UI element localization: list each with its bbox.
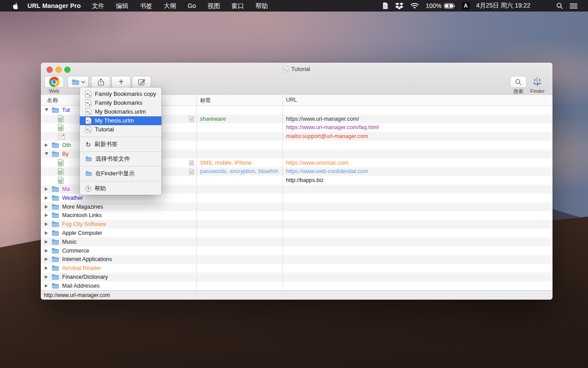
folder-label[interactable]: Oth — [62, 142, 71, 148]
menu-bar-item-8[interactable]: 帮助 — [250, 0, 274, 12]
menu-item-bookmark-file[interactable]: My Bookmarks.urlm — [80, 107, 161, 116]
folder-label[interactable]: More Magazines — [62, 204, 103, 210]
table-row[interactable]: Fog City Software — [41, 220, 553, 229]
folder-label[interactable]: Commerce — [62, 248, 89, 254]
zoom-button[interactable] — [64, 67, 71, 73]
minimize-button[interactable] — [55, 67, 62, 73]
url-cell: https://www.smsmac.com — [282, 158, 553, 167]
spotlight-icon[interactable] — [556, 2, 563, 9]
folder-label[interactable]: Finance/Dictionary — [62, 274, 108, 280]
table-row[interactable]: Acrobat Reader — [41, 264, 553, 273]
folder-label[interactable]: Apple Computer — [62, 230, 102, 236]
table-row[interactable]: Macintosh Links — [41, 211, 553, 220]
menu-bar-app-name[interactable]: URL Manager Pro — [27, 2, 81, 9]
menu-item-bookmark-file[interactable]: My Thesis.urlm — [80, 116, 161, 125]
close-button[interactable] — [47, 67, 53, 73]
table-row[interactable]: More Magazines — [41, 202, 553, 211]
disclosure-triangle-icon[interactable] — [45, 240, 51, 244]
column-header-name[interactable]: 名称 — [47, 97, 58, 104]
share-button[interactable] — [91, 76, 110, 88]
menu-item-action[interactable]: ↻刷新书签 — [80, 140, 161, 149]
url-text[interactable]: https://www.url-manager.com/faq.html — [286, 124, 379, 131]
column-divider-2[interactable] — [282, 95, 283, 291]
dropbox-icon[interactable] — [395, 2, 404, 10]
folder-label[interactable]: Internet Applications — [62, 256, 112, 262]
table-row[interactable]: Music — [41, 237, 553, 246]
menu-bar-clock[interactable]: 4月25日 周六 19:22 — [476, 2, 530, 10]
url-text[interactable]: https://www.url-manager.com/ — [286, 116, 359, 122]
input-method-indicator[interactable]: A — [462, 2, 470, 10]
folder-label[interactable]: Weather — [62, 195, 83, 201]
folder-icon — [51, 186, 59, 192]
add-bookmark-button[interactable]: + — [111, 76, 131, 88]
bookmark-files-dropdown-button[interactable] — [67, 76, 89, 88]
disclosure-triangle-icon[interactable] — [45, 152, 51, 155]
folder-label[interactable]: Mail Addresses — [62, 283, 100, 289]
disclosure-triangle-icon[interactable] — [45, 275, 51, 279]
folder-icon — [85, 156, 92, 162]
wifi-icon[interactable] — [410, 3, 419, 9]
disclosure-triangle-icon[interactable] — [45, 284, 51, 288]
disclosure-triangle-icon[interactable] — [45, 222, 51, 226]
menu-bar-item-6[interactable]: 视图 — [202, 0, 226, 12]
menu-bar-item-2[interactable]: 编辑 — [110, 0, 134, 12]
url-bookmark-icon: @ — [58, 177, 64, 184]
chrome-icon — [49, 77, 59, 87]
disclosure-triangle-icon[interactable] — [45, 187, 51, 191]
menu-bar-item-5[interactable]: Go — [182, 0, 202, 12]
folder-label[interactable]: Acrobat Reader — [62, 265, 101, 271]
table-row[interactable]: Mail Addresses — [41, 281, 553, 290]
paste-app-icon[interactable] — [382, 2, 388, 9]
tags-cell — [196, 132, 282, 141]
disclosure-triangle-icon[interactable] — [45, 231, 51, 235]
url-text[interactable]: http://bapps.biz — [286, 177, 324, 183]
url-text[interactable]: https://www.web-confidential.com — [286, 168, 368, 174]
folder-label[interactable]: Fog City Software — [62, 221, 106, 227]
table-row[interactable]: Finance/Dictionary — [41, 273, 553, 281]
disclosure-triangle-icon[interactable] — [45, 205, 51, 209]
url-cell — [282, 281, 553, 290]
tag-text[interactable]: passwords, encryption, blowfish — [200, 168, 278, 174]
folder-label[interactable]: Tut — [62, 107, 70, 113]
folder-label[interactable]: By — [62, 151, 69, 157]
disclosure-triangle-icon[interactable] — [45, 249, 51, 253]
column-header-tags[interactable]: 标签 — [200, 97, 211, 104]
table-row[interactable]: Commerce — [41, 246, 553, 255]
tags-cell — [196, 194, 282, 202]
apple-menu[interactable] — [8, 2, 21, 10]
menu-item-action[interactable]: ?帮助 — [80, 184, 161, 193]
folder-label[interactable]: Macintosh Links — [62, 212, 102, 218]
column-header-url[interactable]: URL — [286, 97, 297, 103]
name-cell: Apple Computer — [41, 229, 196, 237]
disclosure-triangle-icon[interactable] — [45, 266, 51, 270]
menu-item-action[interactable]: 在Finder中显示 — [80, 169, 161, 178]
edit-button[interactable] — [132, 76, 151, 88]
disclosure-triangle-icon[interactable] — [45, 214, 51, 217]
folder-label[interactable]: Music — [62, 239, 77, 245]
search-button[interactable] — [510, 76, 527, 88]
url-text[interactable]: https://www.smsmac.com — [286, 160, 349, 166]
menu-bar-item-7[interactable]: 窗口 — [226, 0, 250, 12]
battery-indicator[interactable]: 100% — [426, 2, 455, 9]
table-row[interactable]: Internet Applications — [41, 255, 553, 264]
table-row[interactable]: Apple Computer — [41, 229, 553, 237]
menu-item-bookmark-file[interactable]: Tutorial — [80, 125, 161, 134]
menu-bar-item-3[interactable]: 书签 — [134, 0, 158, 12]
disclosure-triangle-icon[interactable] — [45, 108, 51, 111]
menu-bar-item-1[interactable]: 文件 — [86, 0, 110, 12]
disclosure-triangle-icon[interactable] — [45, 257, 51, 261]
url-text[interactable]: mailto:support@url-manager.com — [286, 133, 368, 139]
tag-text[interactable]: shareware — [200, 116, 226, 122]
menu-item-action[interactable]: 选择书签文件 — [80, 154, 161, 163]
table-row[interactable]: Weather — [41, 194, 553, 202]
column-divider-1[interactable] — [196, 95, 197, 291]
disclosure-triangle-icon[interactable] — [45, 196, 51, 200]
menu-item-bookmark-file[interactable]: Family Bookmarks copy — [80, 89, 161, 98]
folder-label[interactable]: Ma — [62, 186, 70, 192]
menu-item-bookmark-file[interactable]: Family Bookmarks — [80, 98, 161, 107]
disclosure-triangle-icon[interactable] — [45, 143, 51, 147]
menu-bar-item-4[interactable]: 大纲 — [158, 0, 182, 12]
web-browser-button[interactable] — [44, 76, 64, 88]
list-menu-icon[interactable] — [570, 3, 577, 9]
tag-text[interactable]: SMS, mobile, iPhone — [200, 160, 252, 166]
